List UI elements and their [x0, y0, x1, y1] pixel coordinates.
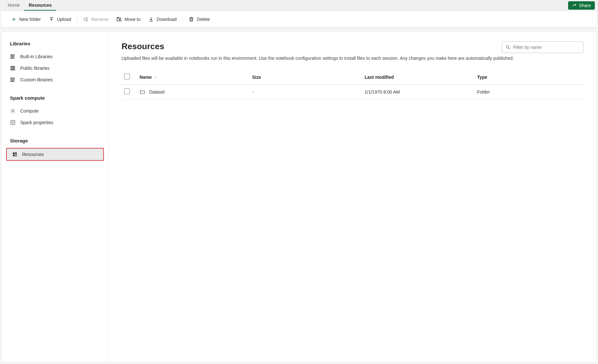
tabs: Home Resources [3, 0, 56, 11]
rename-button: Rename [79, 14, 112, 24]
resources-icon [12, 151, 18, 157]
download-label: Download [157, 17, 177, 22]
upload-button[interactable]: Upload [45, 14, 75, 24]
files-table: Name ↑ Size Last modified Type Dataset [122, 70, 584, 99]
share-icon [572, 3, 577, 8]
move-to-button[interactable]: Move to [112, 14, 144, 24]
svg-point-12 [12, 110, 14, 112]
plus-icon [11, 16, 17, 22]
row-checkbox-cell[interactable] [122, 85, 137, 99]
svg-point-18 [506, 46, 509, 48]
svg-rect-3 [12, 55, 13, 59]
svg-rect-10 [12, 78, 13, 82]
sidebar-item-label: Compute [20, 108, 39, 114]
share-button[interactable]: Share [568, 1, 595, 10]
sidebar-item-resources[interactable]: Resources [6, 148, 104, 161]
move-icon [116, 16, 122, 22]
svg-rect-5 [11, 66, 12, 70]
col-header-modified[interactable]: Last modified [362, 70, 475, 85]
filter-input[interactable] [513, 45, 580, 50]
trash-icon [188, 16, 194, 22]
row-modified-cell: 1/1/1970 8:00 AM [362, 85, 475, 99]
sidebar-section-libraries: Libraries [5, 38, 105, 51]
svg-rect-2 [11, 55, 12, 59]
toolbar: New folder Upload Rename Move to Downloa… [1, 11, 597, 28]
svg-rect-7 [13, 66, 14, 70]
sidebar: Libraries Built-in Libraries Public libr… [2, 32, 109, 362]
sidebar-item-public-libraries[interactable]: Public libraries [5, 62, 105, 74]
move-to-label: Move to [124, 17, 140, 22]
sidebar-item-label: Built-in Libraries [20, 54, 52, 59]
tab-resources[interactable]: Resources [24, 0, 56, 11]
new-folder-label: New folder [19, 17, 41, 22]
checkbox-icon[interactable] [124, 88, 130, 94]
table-row[interactable]: Dataset - 1/1/1970 8:00 AM Folder [122, 85, 584, 99]
col-header-name[interactable]: Name ↑ [137, 70, 249, 85]
sidebar-item-label: Public libraries [20, 66, 50, 71]
sidebar-section-storage: Storage [5, 135, 105, 148]
sidebar-section-spark: Spark compute [5, 92, 105, 105]
description: Uploaded files will be available in note… [122, 55, 572, 61]
gear-icon [10, 108, 16, 114]
sidebar-item-label: Custom libraries [20, 77, 53, 82]
svg-rect-15 [15, 152, 17, 154]
main-panel: Resources Uploaded files will be availab… [109, 32, 596, 362]
checkbox-icon[interactable] [124, 74, 130, 79]
col-header-size[interactable]: Size [249, 70, 362, 85]
sidebar-item-custom-libraries[interactable]: Custom libraries [5, 74, 105, 86]
download-icon [148, 16, 154, 22]
content: Libraries Built-in Libraries Public libr… [1, 32, 597, 362]
svg-rect-4 [13, 55, 14, 59]
col-header-checkbox[interactable] [122, 70, 137, 85]
upload-label: Upload [57, 17, 71, 22]
rename-icon [83, 16, 89, 22]
svg-rect-8 [14, 66, 15, 70]
row-type-cell: Folder [475, 85, 584, 99]
svg-rect-0 [84, 18, 86, 20]
svg-rect-14 [13, 152, 14, 154]
folder-icon [140, 89, 145, 95]
header-bar: Home Resources Share [0, 0, 598, 11]
rename-label: Rename [91, 17, 108, 22]
svg-rect-17 [15, 155, 17, 156]
sidebar-item-compute[interactable]: Compute [5, 105, 105, 117]
delete-button[interactable]: Delete [185, 14, 213, 24]
separator [182, 15, 183, 23]
row-name-cell[interactable]: Dataset [137, 85, 249, 99]
col-header-type[interactable]: Type [475, 70, 584, 85]
tab-home[interactable]: Home [3, 0, 24, 11]
upload-icon [49, 16, 54, 22]
search-icon [505, 45, 511, 50]
sort-asc-icon: ↑ [154, 75, 156, 80]
svg-rect-6 [12, 66, 13, 70]
delete-label: Delete [197, 17, 210, 22]
sidebar-item-builtin-libraries[interactable]: Built-in Libraries [5, 51, 105, 62]
col-name-label: Name [140, 75, 152, 80]
row-size-cell: - [249, 85, 362, 99]
separator [77, 15, 77, 23]
main-header: Resources [122, 41, 584, 53]
svg-rect-11 [13, 78, 14, 82]
books-icon [10, 65, 16, 71]
books-icon [10, 77, 16, 83]
svg-rect-9 [11, 78, 12, 82]
download-button[interactable]: Download [144, 14, 180, 24]
row-name-label: Dataset [149, 89, 165, 95]
svg-rect-16 [13, 155, 14, 156]
new-folder-button[interactable]: New folder [7, 14, 45, 24]
sidebar-item-label: Resources [22, 152, 44, 157]
doc-list-icon [10, 120, 16, 125]
books-icon [10, 54, 16, 59]
sidebar-item-spark-properties[interactable]: Spark properties [5, 117, 105, 128]
page-title: Resources [122, 41, 164, 51]
sidebar-item-label: Spark properties [20, 120, 53, 125]
share-label: Share [579, 3, 591, 8]
filter-box[interactable] [502, 41, 584, 53]
